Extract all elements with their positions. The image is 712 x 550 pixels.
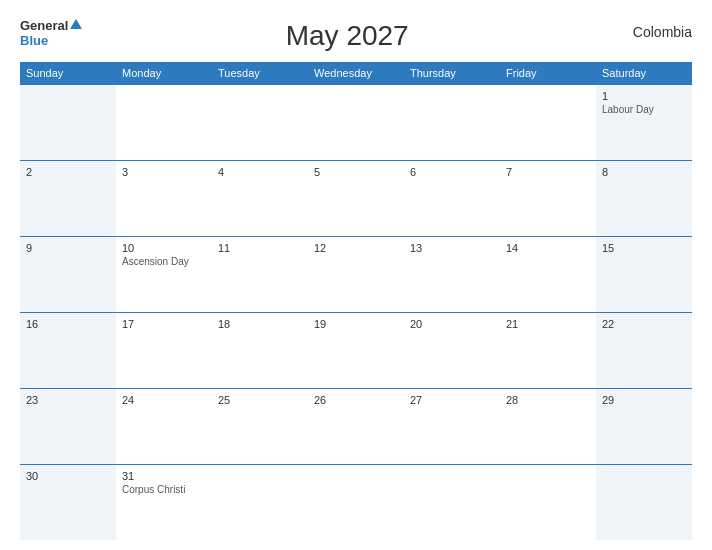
day-number: 18 (218, 318, 302, 330)
logo-blue-text: Blue (20, 34, 82, 47)
calendar-cell-w2-d6: 7 (500, 160, 596, 236)
calendar-cell-w4-d1: 16 (20, 312, 116, 388)
logo: General Blue (20, 18, 82, 47)
header-thursday: Thursday (404, 62, 500, 85)
day-number: 1 (602, 90, 686, 102)
header-monday: Monday (116, 62, 212, 85)
calendar-cell-w6-d3 (212, 464, 308, 540)
holiday-label: Labour Day (602, 104, 686, 115)
calendar-cell-w5-d2: 24 (116, 388, 212, 464)
calendar-cell-w3-d3: 11 (212, 236, 308, 312)
day-number: 13 (410, 242, 494, 254)
day-number: 10 (122, 242, 206, 254)
day-number: 25 (218, 394, 302, 406)
calendar-cell-w5-d1: 23 (20, 388, 116, 464)
day-number: 16 (26, 318, 110, 330)
logo-general-text: General (20, 18, 68, 34)
calendar-cell-w2-d7: 8 (596, 160, 692, 236)
calendar-cell-w3-d6: 14 (500, 236, 596, 312)
calendar-cell-w2-d1: 2 (20, 160, 116, 236)
header-sunday: Sunday (20, 62, 116, 85)
week-row-4: 16171819202122 (20, 312, 692, 388)
calendar-cell-w5-d3: 25 (212, 388, 308, 464)
calendar-cell-w1-d3 (212, 85, 308, 161)
day-number: 29 (602, 394, 686, 406)
calendar-cell-w3-d2: 10Ascension Day (116, 236, 212, 312)
calendar-cell-w3-d5: 13 (404, 236, 500, 312)
calendar-cell-w3-d4: 12 (308, 236, 404, 312)
calendar-cell-w6-d6 (500, 464, 596, 540)
day-number: 11 (218, 242, 302, 254)
calendar-table: Sunday Monday Tuesday Wednesday Thursday… (20, 62, 692, 540)
day-number: 7 (506, 166, 590, 178)
calendar-cell-w4-d4: 19 (308, 312, 404, 388)
month-title: May 2027 (82, 18, 612, 52)
day-number: 31 (122, 470, 206, 482)
calendar-cell-w2-d2: 3 (116, 160, 212, 236)
day-number: 21 (506, 318, 590, 330)
calendar-cell-w5-d5: 27 (404, 388, 500, 464)
calendar-cell-w2-d5: 6 (404, 160, 500, 236)
week-row-1: 1Labour Day (20, 85, 692, 161)
day-number: 22 (602, 318, 686, 330)
calendar-cell-w4-d3: 18 (212, 312, 308, 388)
calendar-cell-w5-d4: 26 (308, 388, 404, 464)
calendar-cell-w3-d7: 15 (596, 236, 692, 312)
day-number: 19 (314, 318, 398, 330)
calendar-cell-w2-d4: 5 (308, 160, 404, 236)
day-number: 28 (506, 394, 590, 406)
calendar-cell-w4-d7: 22 (596, 312, 692, 388)
calendar-cell-w3-d1: 9 (20, 236, 116, 312)
header-friday: Friday (500, 62, 596, 85)
day-number: 6 (410, 166, 494, 178)
week-row-3: 910Ascension Day1112131415 (20, 236, 692, 312)
calendar-cell-w4-d6: 21 (500, 312, 596, 388)
day-number: 23 (26, 394, 110, 406)
header-wednesday: Wednesday (308, 62, 404, 85)
week-row-6: 3031Corpus Christi (20, 464, 692, 540)
header-tuesday: Tuesday (212, 62, 308, 85)
day-number: 4 (218, 166, 302, 178)
country-label: Colombia (612, 18, 692, 40)
week-row-5: 23242526272829 (20, 388, 692, 464)
day-number: 12 (314, 242, 398, 254)
calendar-cell-w5-d6: 28 (500, 388, 596, 464)
day-number: 9 (26, 242, 110, 254)
page: General Blue May 2027 Colombia Sunday Mo… (0, 0, 712, 550)
calendar-cell-w1-d4 (308, 85, 404, 161)
header: General Blue May 2027 Colombia (20, 18, 692, 52)
logo-triangle-icon (70, 19, 82, 29)
day-number: 15 (602, 242, 686, 254)
calendar-cell-w4-d2: 17 (116, 312, 212, 388)
calendar-cell-w6-d5 (404, 464, 500, 540)
calendar-cell-w6-d1: 30 (20, 464, 116, 540)
calendar-cell-w1-d2 (116, 85, 212, 161)
week-row-2: 2345678 (20, 160, 692, 236)
calendar-cell-w1-d5 (404, 85, 500, 161)
calendar-cell-w5-d7: 29 (596, 388, 692, 464)
calendar-cell-w2-d3: 4 (212, 160, 308, 236)
calendar-cell-w1-d6 (500, 85, 596, 161)
calendar-cell-w6-d2: 31Corpus Christi (116, 464, 212, 540)
weekday-header-row: Sunday Monday Tuesday Wednesday Thursday… (20, 62, 692, 85)
calendar-cell-w4-d5: 20 (404, 312, 500, 388)
day-number: 26 (314, 394, 398, 406)
day-number: 20 (410, 318, 494, 330)
calendar-cell-w6-d7 (596, 464, 692, 540)
holiday-label: Ascension Day (122, 256, 206, 267)
day-number: 24 (122, 394, 206, 406)
day-number: 2 (26, 166, 110, 178)
day-number: 27 (410, 394, 494, 406)
day-number: 8 (602, 166, 686, 178)
day-number: 5 (314, 166, 398, 178)
calendar-cell-w1-d7: 1Labour Day (596, 85, 692, 161)
day-number: 14 (506, 242, 590, 254)
day-number: 30 (26, 470, 110, 482)
calendar-cell-w6-d4 (308, 464, 404, 540)
calendar-cell-w1-d1 (20, 85, 116, 161)
day-number: 3 (122, 166, 206, 178)
day-number: 17 (122, 318, 206, 330)
holiday-label: Corpus Christi (122, 484, 206, 495)
header-saturday: Saturday (596, 62, 692, 85)
